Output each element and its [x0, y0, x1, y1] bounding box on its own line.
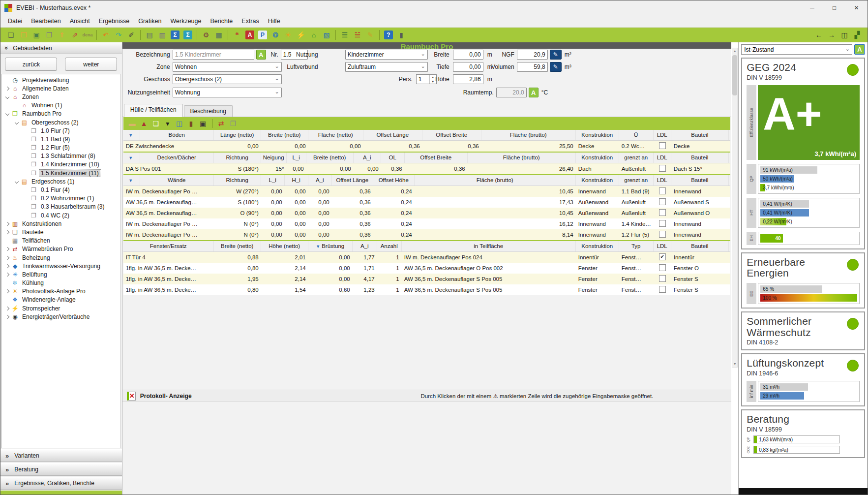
sidebar-panel-beratung[interactable]: »Beratung — [0, 463, 122, 476]
import-icon[interactable]: ⇑ — [56, 29, 68, 41]
column-list-icon[interactable]: ▦ — [213, 29, 225, 41]
sum-teal-icon[interactable]: Σ — [183, 31, 192, 39]
table-row[interactable]: 1flg. in AW 36,5 m. Decke…1,952,140,004,… — [123, 274, 731, 284]
comment-icon[interactable]: ❝ — [231, 29, 243, 41]
susi-icon[interactable]: ▧ — [321, 29, 332, 41]
ldl-checkbox[interactable] — [659, 209, 666, 216]
tree-item-k-hlung[interactable]: ❄Kühlung — [2, 279, 120, 287]
tree-item-energietr-ger-verbr-uche[interactable]: ◉Energieträger/Verbräuche — [2, 312, 120, 321]
volumen-edit-button[interactable]: ✎ — [550, 62, 562, 72]
table-row[interactable]: IW m. Deckenauflager Po …W (270°)0,000,0… — [123, 186, 731, 197]
maximize-button[interactable]: □ — [823, 0, 845, 15]
tree-expander-icon[interactable] — [4, 265, 11, 268]
next-button[interactable]: weiter — [65, 58, 117, 71]
table-row[interactable]: DA S Pos 001S (180°)15°0,000,000,000,360… — [123, 163, 731, 174]
tree-item-obergeschoss-2-[interactable]: ▤Obergeschoss (2) — [2, 118, 120, 126]
reassign-icon[interactable]: ⇄ — [216, 118, 227, 129]
tree-expander-icon[interactable] — [4, 248, 11, 250]
tree-expander-icon[interactable] — [4, 307, 11, 310]
tree-item-photovoltaik-anlage-pro[interactable]: ☀Photovoltaik-Anlage Pro — [2, 287, 120, 296]
tree-expander-icon[interactable] — [4, 273, 11, 276]
table-row[interactable]: 1flg. in AW 36,5 m. Decke…0,802,140,001,… — [123, 263, 731, 274]
roof-icon[interactable]: ▲ — [139, 118, 150, 129]
scrollbar-thumb[interactable] — [732, 55, 737, 95]
table-row[interactable]: IW m. Deckenauflager Po …N (0°)0,000,000… — [123, 218, 731, 229]
detach-window-icon[interactable]: ◫ — [838, 29, 850, 41]
table-row[interactable]: IW m. Deckenauflager Po …N (0°)0,000,000… — [123, 229, 731, 240]
tree-item-1-5-kinderzimmer-11-[interactable]: ❐1.5 Kinderzimmer (11) — [2, 169, 120, 177]
tree-expander-icon[interactable] — [4, 222, 11, 225]
menu-item-ansicht[interactable]: Ansicht — [65, 16, 94, 26]
geschoss-select[interactable]: Obergeschoss (2)⌄ — [173, 74, 282, 84]
table-row[interactable]: AW 36,5 m. Deckenauflag…O (90°)0,000,000… — [123, 208, 731, 218]
tree-item-1-3-schlafzimmer-8-[interactable]: ❐1.3 Schlafzimmer (8) — [2, 152, 120, 160]
report-document-icon[interactable]: ▤ — [144, 29, 155, 41]
export-icon[interactable]: ⇗ — [69, 29, 81, 41]
ldl-checkbox[interactable] — [659, 231, 666, 238]
report-list-icon[interactable]: ☰ — [339, 29, 351, 41]
duplicate-icon[interactable]: ❐ — [228, 118, 239, 129]
filter-icon[interactable]: ▼ — [123, 175, 140, 186]
menu-item-hilfe[interactable]: Hilfe — [264, 16, 285, 26]
menu-item-extras[interactable]: Extras — [237, 16, 263, 26]
redo-icon[interactable]: ↷ — [113, 29, 124, 41]
open-folder-icon[interactable]: ❒ — [18, 29, 30, 41]
tree-expander-icon[interactable] — [4, 256, 11, 259]
floor-icon[interactable]: ▬ — [127, 118, 138, 129]
menu-item-bearbeiten[interactable]: Bearbeiten — [27, 16, 65, 26]
tree-item-projektverwaltung[interactable]: ◷Projektverwaltung — [2, 76, 120, 84]
scenario-select[interactable]: Ist-Zustand ⌄ — [741, 44, 852, 55]
tree-item-0-1-flur-4-[interactable]: ❐0.1 Flur (4) — [2, 186, 120, 194]
tree-expander-icon[interactable] — [4, 231, 11, 234]
tree-item-allgemeine-daten[interactable]: ⌂Allgemeine Daten — [2, 84, 120, 93]
tree-item-1-4-kinderzimmer-10-[interactable]: ❐1.4 Kinderzimmer (10) — [2, 160, 120, 169]
tree-expander-icon[interactable] — [4, 290, 11, 293]
nutzungseinheit-select[interactable]: Wohnung⌄ — [173, 88, 282, 97]
tree-item-1-2-flur-5-[interactable]: ❐1.2 Flur (5) — [2, 144, 120, 152]
tree-expander-icon[interactable] — [4, 112, 11, 115]
help-icon[interactable]: ? — [384, 31, 393, 39]
tree-item-bel-ftung[interactable]: ✳Belüftung — [2, 270, 120, 278]
menu-item-grafiken[interactable]: Grafiken — [134, 16, 166, 26]
ldl-checkbox-checked[interactable]: ✔ — [659, 253, 666, 260]
menu-item-ergebnisse[interactable]: Ergebnisse — [94, 16, 134, 26]
bezeichnung-auto-button[interactable]: A — [256, 50, 266, 60]
tiefe-input[interactable]: 0,00 — [453, 62, 483, 72]
tree-item-raumbuch-pro[interactable]: ❐Raumbuch Pro — [2, 110, 120, 118]
table-row[interactable]: AW 36,5 m. Deckenauflag…S (180°)0,000,00… — [123, 197, 731, 208]
main-scrollbar[interactable]: ▲ ▼ — [731, 42, 738, 495]
scenario-auto-button[interactable]: A — [854, 44, 865, 55]
tree-expander-icon[interactable] — [4, 87, 11, 90]
raumtemp-auto-button[interactable]: A — [529, 88, 539, 97]
new-file-icon[interactable]: ❏ — [5, 29, 17, 41]
window-icon[interactable]: ◫ — [174, 118, 185, 129]
minimize-button[interactable]: ─ — [801, 0, 823, 15]
undo-icon[interactable]: ↶ — [100, 29, 112, 41]
sidebar-header[interactable]: » Gebäudedaten — [0, 42, 122, 54]
ngf-input[interactable]: 20,9 — [517, 50, 548, 60]
signature-icon[interactable]: ✎ — [364, 29, 376, 41]
eco-house-icon[interactable]: ⌂ — [308, 29, 320, 41]
protokoll-close-icon[interactable]: ✕ — [127, 392, 136, 401]
dena-icon[interactable]: dena — [82, 29, 93, 41]
table-row[interactable]: IT Tür 40,882,010,001,771IW m. Deckenauf… — [123, 252, 731, 263]
tree-item-zonen[interactable]: ⌂Zonen — [2, 93, 120, 101]
hoehe-input[interactable]: 2,86 — [453, 74, 483, 84]
copy-icon[interactable]: ❐ — [43, 29, 55, 41]
building-icon[interactable]: ▮ — [395, 29, 407, 41]
sun-icon[interactable]: ☀ — [282, 29, 294, 41]
report-export-icon[interactable]: ☱ — [352, 29, 363, 41]
back-icon[interactable]: ← — [813, 29, 825, 41]
save-icon[interactable]: ▣ — [30, 29, 42, 41]
scroll-down-icon[interactable]: ▼ — [732, 361, 738, 367]
save-table-icon[interactable]: ▣ — [198, 118, 209, 129]
tree-item-erdgeschoss-1-[interactable]: ▤Erdgeschoss (1) — [2, 177, 120, 186]
tree-item-trinkwarmwasser-versorgung[interactable]: ◆Trinkwarmwasser-Versorgung — [2, 262, 120, 270]
door-icon[interactable]: ▮ — [186, 118, 197, 129]
ldl-checkbox[interactable] — [659, 187, 666, 194]
volumen-input[interactable]: 59,8 — [517, 62, 548, 72]
bolt-icon[interactable]: ⚡ — [295, 29, 307, 41]
ldl-checkbox[interactable] — [659, 275, 666, 282]
wizard-icon[interactable]: ✐ — [125, 29, 137, 41]
forward-icon[interactable]: → — [826, 29, 838, 41]
